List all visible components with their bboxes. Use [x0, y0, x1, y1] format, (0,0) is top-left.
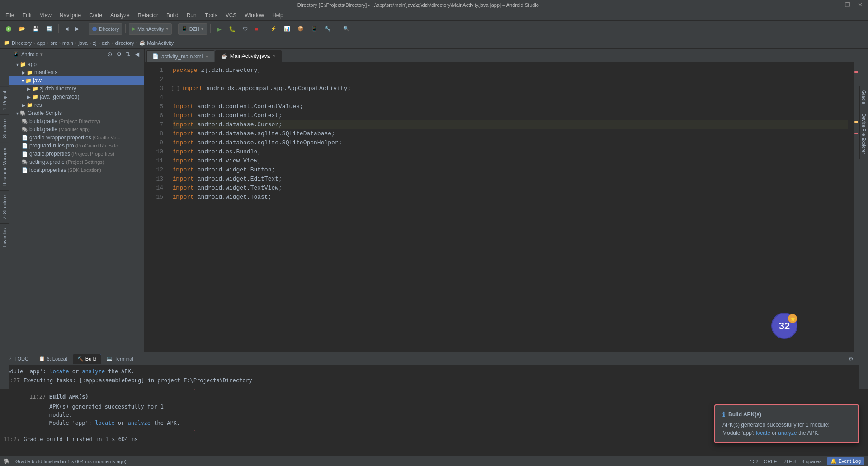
toolbar-android-icon[interactable]: A [3, 23, 14, 35]
notif-analyze-link[interactable]: analyze [778, 430, 797, 436]
breadcrumb-app[interactable]: app [37, 40, 45, 46]
tab-mainactivity-java[interactable]: ☕ MainActivity.java × [215, 50, 282, 62]
breadcrumb-directory-pkg[interactable]: directory [115, 40, 134, 46]
breadcrumb-zj[interactable]: zj [93, 40, 96, 46]
error-indicator [854, 71, 858, 73]
project-dropdown[interactable]: Directory [89, 23, 122, 35]
tab-gradle[interactable]: Gradle [859, 86, 868, 109]
config-dropdown[interactable]: ▶ MainActivity ▾ [129, 23, 172, 35]
minimize-button[interactable]: – [833, 1, 840, 8]
status-encoding[interactable]: UTF-8 [782, 459, 796, 464]
bottom-tab-terminal[interactable]: 💻 Terminal [102, 354, 138, 364]
project-dropdown-arrow[interactable]: ▾ [40, 52, 43, 57]
menu-refactor[interactable]: Refactor [134, 11, 162, 19]
right-edge-tabs: Gradle Device File Explorer [859, 86, 868, 389]
notification-popup: ℹ Build APK(s) APK(s) generated successf… [714, 404, 859, 443]
toolbar-open-btn[interactable]: 📂 [16, 23, 28, 35]
tree-gradle-wrapper-props[interactable]: 📄 gradle-wrapper.properties (Gradle Ve..… [9, 133, 144, 142]
sdk-dropdown[interactable]: 📱 DZH ▾ [178, 23, 208, 35]
menu-analyze[interactable]: Analyze [107, 11, 133, 19]
warning-indicator [854, 121, 858, 123]
toolbar-back-btn[interactable]: ◀ [62, 23, 71, 35]
code-content[interactable]: package zj.dzh.directory; [-]import andr… [167, 62, 854, 352]
tree-res[interactable]: ▶ 📁 res [9, 101, 144, 109]
breadcrumb-mainactivity[interactable]: ☕ MainActivity [139, 40, 174, 46]
notif-locate-link[interactable]: locate [756, 430, 770, 436]
menu-view[interactable]: View [36, 11, 55, 19]
code-line-10: import android.os.Bundle; [173, 147, 848, 157]
toolbar-forward-btn[interactable]: ▶ [73, 23, 82, 35]
svg-text:A: A [7, 27, 10, 31]
tab-structure[interactable]: Structure [0, 114, 9, 143]
locate-file-icon[interactable]: ⊙ [106, 51, 113, 58]
title-text: Directory [E:\Projects\Directory] - ...\… [4, 2, 833, 8]
maximize-button[interactable]: ❐ [843, 1, 852, 8]
sdk-mgr-btn[interactable]: 🔧 [322, 23, 334, 35]
stop-button[interactable]: ■ [252, 23, 261, 35]
breadcrumb-dzh[interactable]: dzh [102, 40, 110, 46]
tree-proguard-rules[interactable]: 📄 proguard-rules.pro (ProGuard Rules fo.… [9, 142, 144, 150]
status-indent[interactable]: 4 spaces [802, 459, 821, 464]
avd-btn[interactable]: 📱 [308, 23, 320, 35]
sync-gradle-btn[interactable]: ⚡ [268, 23, 279, 35]
settings-icon[interactable]: ⚙ [115, 51, 123, 58]
bottom-tab-logcat[interactable]: 📋 6: Logcat [34, 354, 72, 364]
bottom-tab-build[interactable]: 🔨 Build [73, 354, 101, 364]
tree-package-main[interactable]: ▶ 📁 zj.dzh.directory [9, 85, 144, 93]
tab-device-file-explorer[interactable]: Device File Explorer [859, 109, 868, 159]
menu-window[interactable]: Window [241, 11, 268, 19]
tree-app[interactable]: ▾ 📁 app [9, 60, 144, 68]
menu-navigate[interactable]: Navigate [56, 11, 85, 19]
menu-file[interactable]: File [2, 11, 18, 19]
breadcrumb-main[interactable]: main [62, 40, 73, 46]
analyze-link[interactable]: analyze [127, 420, 151, 426]
code-line-4 [173, 93, 848, 102]
status-crlf[interactable]: CRLF [764, 459, 777, 464]
menu-build[interactable]: Build [163, 11, 182, 19]
breadcrumb-src[interactable]: src [51, 40, 57, 46]
tab-xml-close[interactable]: × [205, 54, 208, 59]
close-button[interactable]: ✕ [856, 1, 864, 8]
breadcrumb-java[interactable]: java [79, 40, 88, 46]
coverage-button[interactable]: 🛡 [240, 23, 250, 35]
breadcrumb-directory[interactable]: Directory [12, 40, 32, 46]
search-everywhere-btn[interactable]: 🔍 [340, 23, 352, 35]
menu-vcs[interactable]: VCS [222, 11, 241, 19]
bottom-gear-icon[interactable]: ⚙ [847, 355, 854, 362]
tree-gradle-scripts[interactable]: ▾ 🐘 Gradle Scripts [9, 109, 144, 117]
tree-gradle-properties[interactable]: 📄 gradle.properties (Project Properties) [9, 150, 144, 158]
tab-resource-manager[interactable]: Resource Manager [0, 143, 9, 190]
vertical-left-tabs: 1: Project Structure Resource Manager Z:… [0, 86, 9, 389]
tree-build-gradle-app[interactable]: 🐘 build.gradle (Module: app) [9, 125, 144, 133]
menu-code[interactable]: Code [85, 11, 106, 19]
tree-build-gradle-project[interactable]: 🐘 build.gradle (Project: Directory) [9, 117, 144, 125]
tab-activity-xml[interactable]: 📄 activity_main.xml × [146, 50, 214, 62]
analyze-link-top[interactable]: analyze [82, 368, 105, 375]
bottom-tab-group: ☑ TODO 📋 6: Logcat 🔨 Build 💻 Terminal [4, 354, 138, 364]
menu-run[interactable]: Run [183, 11, 200, 19]
tab-favorites[interactable]: Favorites [0, 223, 9, 252]
tree-local-properties[interactable]: 📄 local.properties (SDK Location) [9, 166, 144, 174]
event-log-btn[interactable]: 🔔 Event Log [827, 457, 864, 465]
tree-java-generated[interactable]: ▶ 📁 java (generated) [9, 93, 144, 101]
toolbar-sync-btn[interactable]: 🔄 [43, 23, 55, 35]
sort-icon[interactable]: ⇅ [124, 51, 132, 58]
locate-link[interactable]: locate [95, 420, 114, 426]
collapse-icon[interactable]: ◀ [133, 51, 141, 58]
tab-project[interactable]: 1: Project [0, 86, 9, 114]
tree-java[interactable]: ▾ 📁 java [9, 76, 144, 85]
status-line-col[interactable]: 7:32 [749, 459, 758, 464]
locate-link-top[interactable]: locate [49, 368, 69, 375]
tree-manifests[interactable]: ▶ 📁 manifests [9, 68, 144, 76]
tab-z-structure[interactable]: Z: Structure [0, 190, 9, 223]
menu-help[interactable]: Help [269, 11, 287, 19]
profile-btn[interactable]: 📊 [281, 23, 293, 35]
run-button[interactable]: ▶ [214, 23, 224, 35]
menu-tools[interactable]: Tools [201, 11, 221, 19]
menu-edit[interactable]: Edit [19, 11, 35, 19]
tree-settings-gradle[interactable]: 🐘 settings.gradle (Project Settings) [9, 158, 144, 166]
toolbar-save-btn[interactable]: 💾 [30, 23, 42, 35]
tab-java-close[interactable]: × [273, 53, 275, 59]
debug-button[interactable]: 🐛 [226, 23, 238, 35]
apk-btn[interactable]: 📦 [295, 23, 307, 35]
